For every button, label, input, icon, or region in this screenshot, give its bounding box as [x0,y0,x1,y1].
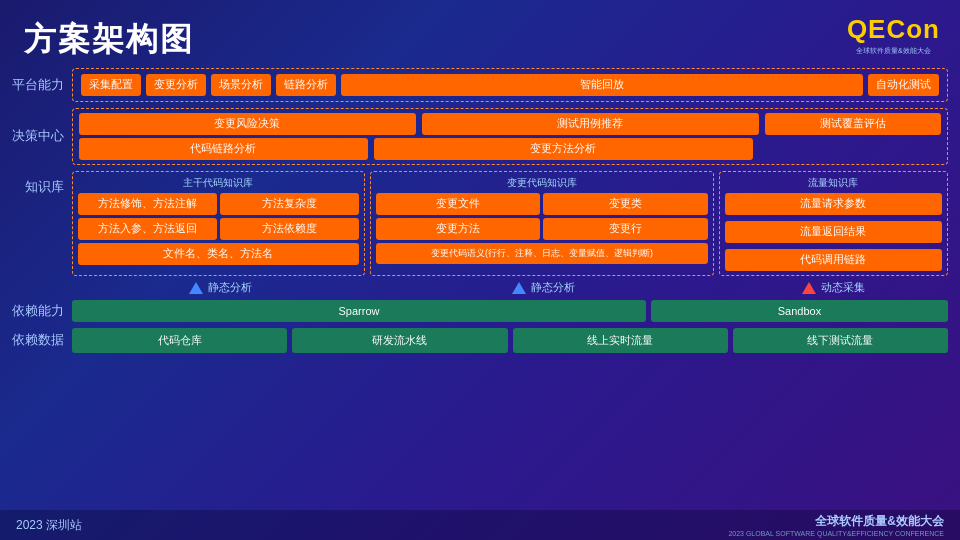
dep-sparrow: Sparrow [72,300,646,322]
decision-item-2: 测试覆盖评估 [765,113,941,135]
arrow-up-blue-2 [512,282,526,294]
arrow-2-container: 静态分析 [369,280,719,295]
logo-qe: QE [847,14,887,44]
bottom-right: 全球软件质量&效能大会 2023 GLOBAL SOFTWARE QUALITY… [728,513,944,537]
dep-data-1: 研发流水线 [292,328,507,353]
arrow-up-blue-1 [189,282,203,294]
knowledge-section: 知识库 主干代码知识库 方法修饰、方法注解 方法复杂度 方法入参、方法返回 方法… [12,171,948,276]
kb1-item-0: 方法修饰、方法注解 [78,193,217,215]
kb2-item-3: 变更行 [543,218,708,240]
decision-section: 决策中心 变更风险决策 测试用例推荐 测试覆盖评估 代码链路分析 变更方法分析 [12,108,948,165]
kb3-item-2: 代码调用链路 [725,249,942,271]
knowledge-block-1-title: 主干代码知识库 [78,176,359,190]
kb3-item-0: 流量请求参数 [725,193,942,215]
dep-data-section: 依赖数据 代码仓库 研发流水线 线上实时流量 线下测试流量 [12,328,948,353]
arrow-label-1: 静态分析 [208,280,252,295]
platform-item-1: 变更分析 [146,74,206,96]
decision-row-2: 代码链路分析 变更方法分析 [79,138,941,160]
knowledge-block-3-title: 流量知识库 [725,176,942,190]
logo-subtitle: 全球软件质量&效能大会 [856,46,931,56]
logo-con: Con [886,14,940,44]
dep-capability-inner: Sparrow Sandbox [72,300,948,322]
dep-data-2: 线上实时流量 [513,328,728,353]
knowledge-block-2-row1: 变更文件 变更类 变更方法 变更行 [376,193,708,240]
knowledge-inner: 主干代码知识库 方法修饰、方法注解 方法复杂度 方法入参、方法返回 方法依赖度 … [72,171,948,276]
knowledge-block-1-grid: 方法修饰、方法注解 方法复杂度 方法入参、方法返回 方法依赖度 [78,193,359,240]
kb1-item-1: 方法复杂度 [220,193,359,215]
decision-item-3: 代码链路分析 [79,138,368,160]
arrow-label-2: 静态分析 [531,280,575,295]
knowledge-block-3: 流量知识库 流量请求参数 流量返回结果 代码调用链路 [719,171,948,276]
kb1-item-2: 方法入参、方法返回 [78,218,217,240]
dep-sandbox: Sandbox [651,300,948,322]
arrows-row: 静态分析 静态分析 动态采集 [72,280,948,295]
dep-capability-label: 依赖能力 [12,303,64,320]
kb2-bottom: 变更代码语义(行行、注释、日志、变量赋值、逻辑判断) [376,243,708,264]
arrow-1-container: 静态分析 [72,280,369,295]
knowledge-block-2: 变更代码知识库 变更文件 变更类 变更方法 变更行 变更代码语义(行行、注释、日… [370,171,714,276]
dep-data-label: 依赖数据 [12,332,64,349]
kb2-item-0: 变更文件 [376,193,541,215]
arrow-label-3: 动态采集 [821,280,865,295]
dep-capability-section: 依赖能力 Sparrow Sandbox [12,300,948,322]
platform-item-0: 采集配置 [81,74,141,96]
bottom-logo-text: 全球软件质量&效能大会 [815,513,944,530]
platform-section: 平台能力 采集配置 变更分析 场景分析 链路分析 智能回放 自动化测试 [12,68,948,102]
kb2-item-1: 变更类 [543,193,708,215]
kb2-item-2: 变更方法 [376,218,541,240]
platform-dashed: 采集配置 变更分析 场景分析 链路分析 智能回放 自动化测试 [72,68,948,102]
main-content: 平台能力 采集配置 变更分析 场景分析 链路分析 智能回放 自动化测试 决策中心… [12,68,948,504]
knowledge-block-2-title: 变更代码知识库 [376,176,708,190]
decision-label: 决策中心 [12,128,64,145]
platform-item-3: 链路分析 [276,74,336,96]
knowledge-block-3-grid: 流量请求参数 流量返回结果 代码调用链路 [725,193,942,271]
decision-item-0: 变更风险决策 [79,113,416,135]
decision-item-4: 变更方法分析 [374,138,754,160]
arrow-3-container: 动态采集 [719,280,948,295]
decision-row-1: 变更风险决策 测试用例推荐 测试覆盖评估 [79,113,941,135]
logo-text: QECon [847,14,940,45]
dep-data-0: 代码仓库 [72,328,287,353]
bottom-logo-sub: 2023 GLOBAL SOFTWARE QUALITY&EFFICIENCY … [728,530,944,537]
kb1-item-3: 方法依赖度 [220,218,359,240]
platform-item-5: 自动化测试 [868,74,939,96]
platform-content: 采集配置 变更分析 场景分析 链路分析 智能回放 自动化测试 [72,68,948,102]
dep-data-3: 线下测试流量 [733,328,948,353]
bottom-year-location: 2023 深圳站 [16,517,82,534]
kb1-bottom: 文件名、类名、方法名 [78,243,359,265]
knowledge-label: 知识库 [12,179,64,196]
decision-inner: 变更风险决策 测试用例推荐 测试覆盖评估 代码链路分析 变更方法分析 [72,108,948,165]
page-title: 方案架构图 [24,18,194,62]
arrow-up-red [802,282,816,294]
decision-item-1: 测试用例推荐 [422,113,759,135]
logo: QECon 全球软件质量&效能大会 [847,14,940,56]
dep-data-inner: 代码仓库 研发流水线 线上实时流量 线下测试流量 [72,328,948,353]
platform-label: 平台能力 [12,77,64,94]
knowledge-block-1: 主干代码知识库 方法修饰、方法注解 方法复杂度 方法入参、方法返回 方法依赖度 … [72,171,365,276]
kb3-item-1: 流量返回结果 [725,221,942,243]
platform-item-4: 智能回放 [341,74,863,96]
bottom-bar: 2023 深圳站 全球软件质量&效能大会 2023 GLOBAL SOFTWAR… [0,510,960,540]
platform-item-2: 场景分析 [211,74,271,96]
